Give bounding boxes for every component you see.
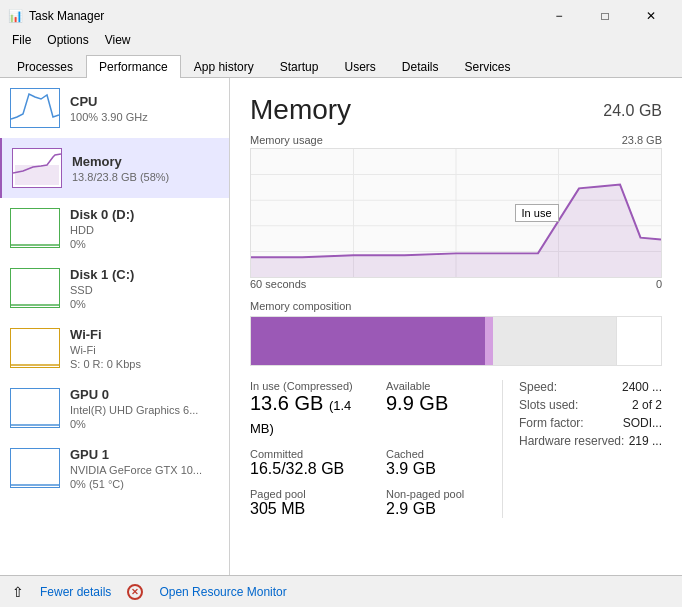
speed-row: Speed: 2400 ... xyxy=(519,380,662,394)
detail-title: Memory xyxy=(250,94,351,126)
sidebar-item-wifi[interactable]: Wi-Fi Wi-Fi S: 0 R: 0 Kbps xyxy=(0,318,229,378)
sidebar-item-memory[interactable]: Memory 13.8/23.8 GB (58%) xyxy=(0,138,229,198)
wifi-label: Wi-Fi xyxy=(70,327,219,342)
wifi-info: Wi-Fi Wi-Fi S: 0 R: 0 Kbps xyxy=(70,327,219,370)
committed-label: Committed xyxy=(250,448,366,460)
gpu1-info: GPU 1 NVIDIA GeForce GTX 10... 0% (51 °C… xyxy=(70,447,219,490)
main-content: CPU 100% 3.90 GHz Memory 13.8/23.8 GB (5… xyxy=(0,78,682,575)
chart-max: 23.8 GB xyxy=(622,134,662,146)
cpu-thumbnail xyxy=(10,88,60,128)
composition-bar xyxy=(250,316,662,366)
monitor-icon: ✕ xyxy=(127,584,143,600)
tab-performance[interactable]: Performance xyxy=(86,55,181,78)
gpu1-usage: 0% (51 °C) xyxy=(70,478,219,490)
left-stats: In use (Compressed) 13.6 GB (1.4 MB) Ava… xyxy=(250,380,502,518)
paged-value: 305 MB xyxy=(250,500,366,518)
wifi-type: Wi-Fi xyxy=(70,344,219,356)
chart-label: Memory usage xyxy=(250,134,323,146)
comp-standby xyxy=(493,317,616,365)
comp-modified xyxy=(485,317,493,365)
tab-services[interactable]: Services xyxy=(452,55,524,78)
sidebar-item-disk0[interactable]: Disk 0 (D:) HDD 0% xyxy=(0,198,229,258)
chart-time-left: 60 seconds xyxy=(250,278,306,290)
inuse-label: In use (Compressed) xyxy=(250,380,366,392)
disk1-thumbnail xyxy=(10,268,60,308)
composition-section: Memory composition xyxy=(250,300,662,366)
disk1-info: Disk 1 (C:) SSD 0% xyxy=(70,267,219,310)
window-controls: − □ ✕ xyxy=(536,1,674,31)
tab-startup[interactable]: Startup xyxy=(267,55,332,78)
menu-view[interactable]: View xyxy=(97,31,139,49)
close-button[interactable]: ✕ xyxy=(628,1,674,31)
sidebar-item-disk1[interactable]: Disk 1 (C:) SSD 0% xyxy=(0,258,229,318)
comp-inuse xyxy=(251,317,485,365)
inuse-value: 13.6 GB (1.4 MB) xyxy=(250,392,366,438)
cpu-label: CPU xyxy=(70,94,219,109)
chart-label-row: Memory usage 23.8 GB xyxy=(250,134,662,146)
app-title: Task Manager xyxy=(29,9,104,23)
maximize-button[interactable]: □ xyxy=(582,1,628,31)
available-value: 9.9 GB xyxy=(386,392,502,415)
gpu0-name: Intel(R) UHD Graphics 6... xyxy=(70,404,219,416)
disk0-usage: 0% xyxy=(70,238,219,250)
menu-options[interactable]: Options xyxy=(39,31,96,49)
nonpaged-value: 2.9 GB xyxy=(386,500,502,518)
slots-row: Slots used: 2 of 2 xyxy=(519,398,662,412)
chart-time-right: 0 xyxy=(656,278,662,290)
cached-value: 3.9 GB xyxy=(386,460,502,478)
paged-label: Paged pool xyxy=(250,488,366,500)
bottom-bar: ⇧ Fewer details ✕ Open Resource Monitor xyxy=(0,575,682,607)
tab-users[interactable]: Users xyxy=(331,55,388,78)
memory-thumbnail xyxy=(12,148,62,188)
memory-chart: In use xyxy=(250,148,662,278)
svg-rect-1 xyxy=(15,165,59,185)
detail-panel: Memory 24.0 GB Memory usage 23.8 GB xyxy=(230,78,682,575)
comp-free xyxy=(616,317,661,365)
memory-info: Memory 13.8/23.8 GB (58%) xyxy=(72,154,219,183)
wifi-stats: S: 0 R: 0 Kbps xyxy=(70,358,219,370)
disk1-type: SSD xyxy=(70,284,219,296)
memory-stats: 13.8/23.8 GB (58%) xyxy=(72,171,219,183)
disk0-label: Disk 0 (D:) xyxy=(70,207,219,222)
stats-section: In use (Compressed) 13.6 GB (1.4 MB) Ava… xyxy=(250,380,662,518)
wifi-thumbnail xyxy=(10,328,60,368)
stat-available: Available 9.9 GB xyxy=(386,380,502,438)
stat-committed: Committed 16.5/32.8 GB xyxy=(250,448,366,478)
gpu1-name: NVIDIA GeForce GTX 10... xyxy=(70,464,219,476)
detail-header: Memory 24.0 GB xyxy=(250,94,662,126)
cached-label: Cached xyxy=(386,448,502,460)
disk0-info: Disk 0 (D:) HDD 0% xyxy=(70,207,219,250)
composition-label: Memory composition xyxy=(250,300,662,312)
stat-cached: Cached 3.9 GB xyxy=(386,448,502,478)
tab-details[interactable]: Details xyxy=(389,55,452,78)
sidebar: CPU 100% 3.90 GHz Memory 13.8/23.8 GB (5… xyxy=(0,78,230,575)
form-row: Form factor: SODI... xyxy=(519,416,662,430)
menu-bar: File Options View xyxy=(0,30,682,50)
minimize-button[interactable]: − xyxy=(536,1,582,31)
chart-section: Memory usage 23.8 GB xyxy=(250,134,662,290)
gpu0-info: GPU 0 Intel(R) UHD Graphics 6... 0% xyxy=(70,387,219,430)
tab-processes[interactable]: Processes xyxy=(4,55,86,78)
chart-time: 60 seconds 0 xyxy=(250,278,662,290)
committed-value: 16.5/32.8 GB xyxy=(250,460,366,478)
disk0-thumbnail xyxy=(10,208,60,248)
chevron-up-icon: ⇧ xyxy=(12,584,24,600)
cpu-info: CPU 100% 3.90 GHz xyxy=(70,94,219,123)
fewer-details-link[interactable]: Fewer details xyxy=(40,585,111,599)
sidebar-item-gpu0[interactable]: GPU 0 Intel(R) UHD Graphics 6... 0% xyxy=(0,378,229,438)
stat-paged: Paged pool 305 MB xyxy=(250,488,366,518)
tabs-bar: Processes Performance App history Startu… xyxy=(0,50,682,78)
sidebar-item-gpu1[interactable]: GPU 1 NVIDIA GeForce GTX 10... 0% (51 °C… xyxy=(0,438,229,498)
app-icon: 📊 xyxy=(8,9,23,23)
reserved-row: Hardware reserved: 219 ... xyxy=(519,434,662,448)
resource-monitor-link[interactable]: Open Resource Monitor xyxy=(159,585,286,599)
gpu0-label: GPU 0 xyxy=(70,387,219,402)
tab-app-history[interactable]: App history xyxy=(181,55,267,78)
right-stats: Speed: 2400 ... Slots used: 2 of 2 Form … xyxy=(502,380,662,518)
sidebar-item-cpu[interactable]: CPU 100% 3.90 GHz xyxy=(0,78,229,138)
detail-total: 24.0 GB xyxy=(603,102,662,120)
available-label: Available xyxy=(386,380,502,392)
memory-label: Memory xyxy=(72,154,219,169)
gpu1-label: GPU 1 xyxy=(70,447,219,462)
menu-file[interactable]: File xyxy=(4,31,39,49)
